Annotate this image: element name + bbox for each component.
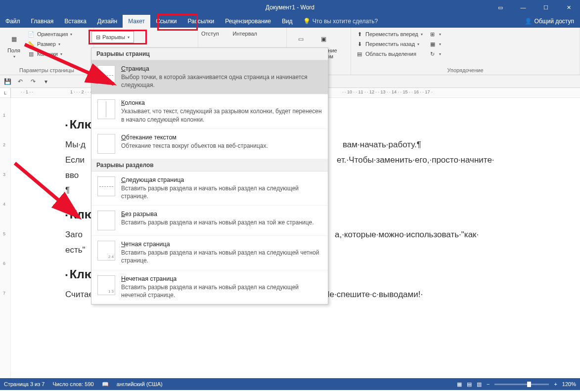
- orientation-button[interactable]: 📄Ориентация▾: [26, 30, 74, 39]
- next-page-section-icon: [97, 176, 115, 196]
- menuitem-page-break[interactable]: Страница Выбор точки, в которой заканчив…: [91, 60, 328, 94]
- tell-me-search[interactable]: 💡 Что вы хотите сделать?: [298, 15, 519, 28]
- selection-pane-button[interactable]: ▤Область выделения: [354, 49, 424, 58]
- menuitem-text-wrapping-break[interactable]: Обтекание текстом Обтекание текста вокру…: [91, 129, 328, 159]
- statusbar: Страница 3 из 7 Число слов: 590 📖 англий…: [0, 378, 580, 390]
- size-icon: 📏: [27, 40, 35, 48]
- menuitem-column-break[interactable]: Колонка Указывает, что текст, следующий …: [91, 94, 328, 129]
- status-page[interactable]: Страница 3 из 7: [4, 381, 45, 387]
- size-button[interactable]: 📏Размер▾: [26, 40, 74, 48]
- breaks-button[interactable]: ⊟ Разрывы ▾: [91, 31, 134, 43]
- align-button[interactable]: ⊞▾: [427, 30, 443, 39]
- breaks-icon: ⊟: [96, 34, 100, 41]
- window-title: Документ1 - Word: [266, 4, 314, 11]
- bring-forward-icon: ⬆: [356, 30, 363, 38]
- page-setup-group-label: Параметры страницы: [3, 67, 90, 74]
- ribbon-tabs: Файл Главная Вставка Дизайн Макет Ссылки…: [0, 15, 580, 28]
- chevron-down-icon: ▾: [13, 54, 15, 59]
- menuitem-odd-page-section[interactable]: 1 3 Нечетная страница Вставить разрыв ра…: [91, 270, 328, 304]
- save-button[interactable]: 💾: [3, 77, 12, 86]
- margins-button[interactable]: ▦ Поля ▾: [3, 30, 25, 67]
- lightbulb-icon: 💡: [303, 18, 311, 25]
- share-icon: 👤: [525, 18, 532, 25]
- group-button[interactable]: ▦▾: [427, 40, 443, 48]
- minimize-button[interactable]: —: [512, 0, 535, 15]
- view-web-layout[interactable]: ▥: [477, 381, 482, 388]
- zoom-out-button[interactable]: −: [487, 381, 490, 387]
- maximize-button[interactable]: ☐: [535, 0, 557, 15]
- menuitem-even-page-section[interactable]: 2 4 Четная страница Вставить разрыв разд…: [91, 236, 328, 270]
- tab-insert[interactable]: Вставка: [59, 15, 92, 28]
- breaks-dropdown: ⊟ Разрывы ▾ Разрывы страниц Страница Выб…: [91, 47, 328, 305]
- send-backward-button[interactable]: ⬇Переместить назад▾: [354, 40, 424, 48]
- menuitem-next-page-section[interactable]: Следующая страница Вставить разрыв разде…: [91, 172, 328, 206]
- status-words[interactable]: Число слов: 590: [52, 381, 93, 387]
- view-read-mode[interactable]: ▦: [457, 381, 462, 388]
- columns-button[interactable]: ▥Колонки▾: [26, 49, 74, 58]
- vertical-ruler[interactable]: 123 4567: [0, 98, 11, 378]
- zoom-level[interactable]: 120%: [562, 381, 576, 387]
- titlebar: Документ1 - Word ▭ — ☐ ✕: [0, 0, 580, 15]
- group-icon: ▦: [429, 40, 437, 48]
- zoom-slider[interactable]: [494, 384, 549, 385]
- chevron-down-icon: ▾: [128, 35, 130, 40]
- tab-review[interactable]: Рецензирование: [220, 15, 276, 28]
- send-backward-icon: ⬇: [356, 40, 363, 48]
- tab-design[interactable]: Дизайн: [92, 15, 123, 28]
- align-icon: ⊞: [429, 30, 437, 38]
- text-wrap-break-icon: [97, 134, 115, 154]
- redo-button[interactable]: ↷: [29, 77, 38, 86]
- tab-home[interactable]: Главная: [26, 15, 59, 28]
- columns-icon: ▥: [27, 50, 35, 58]
- arrange-group-label: Упорядочение: [354, 67, 577, 74]
- status-language[interactable]: английский (США): [117, 381, 163, 387]
- rotate-icon: ↻: [429, 50, 437, 58]
- position-icon: ▭: [293, 32, 308, 46]
- zoom-in-button[interactable]: +: [554, 381, 557, 387]
- close-button[interactable]: ✕: [557, 0, 580, 15]
- menu-section-section-breaks: Разрывы разделов: [91, 159, 328, 172]
- column-break-icon: [97, 99, 115, 119]
- tab-file[interactable]: Файл: [0, 15, 26, 28]
- ribbon-options-icon[interactable]: ▭: [489, 0, 512, 15]
- menuitem-continuous-section[interactable]: Без разрыва Вставить разрыв раздела и на…: [91, 206, 328, 236]
- undo-button[interactable]: ↶: [16, 77, 25, 86]
- rotate-button[interactable]: ↻▾: [427, 49, 443, 58]
- qat-customize-button[interactable]: ▾: [42, 77, 50, 86]
- even-page-section-icon: 2 4: [97, 241, 115, 261]
- page-break-icon: [97, 65, 115, 85]
- tab-references[interactable]: Ссылки: [150, 15, 182, 28]
- menu-section-page-breaks: Разрывы страниц: [91, 48, 328, 60]
- tab-layout[interactable]: Макет: [123, 15, 150, 28]
- orientation-icon: 📄: [27, 30, 35, 38]
- selection-pane-icon: ▤: [356, 50, 363, 58]
- ruler-corner[interactable]: L: [0, 88, 11, 97]
- tab-view[interactable]: Вид: [276, 15, 298, 28]
- status-proofing-icon[interactable]: 📖: [102, 381, 109, 388]
- odd-page-section-icon: 1 3: [97, 275, 115, 295]
- view-print-layout[interactable]: ▤: [467, 381, 472, 388]
- margins-icon: ▦: [6, 32, 21, 46]
- continuous-section-icon: [97, 211, 115, 230]
- share-button[interactable]: 👤 Общий доступ: [519, 15, 580, 28]
- bring-forward-button[interactable]: ⬆Переместить вперед▾: [354, 30, 424, 39]
- tab-mailings[interactable]: Рассылки: [182, 15, 220, 28]
- wrap-text-icon: ▣: [316, 32, 331, 46]
